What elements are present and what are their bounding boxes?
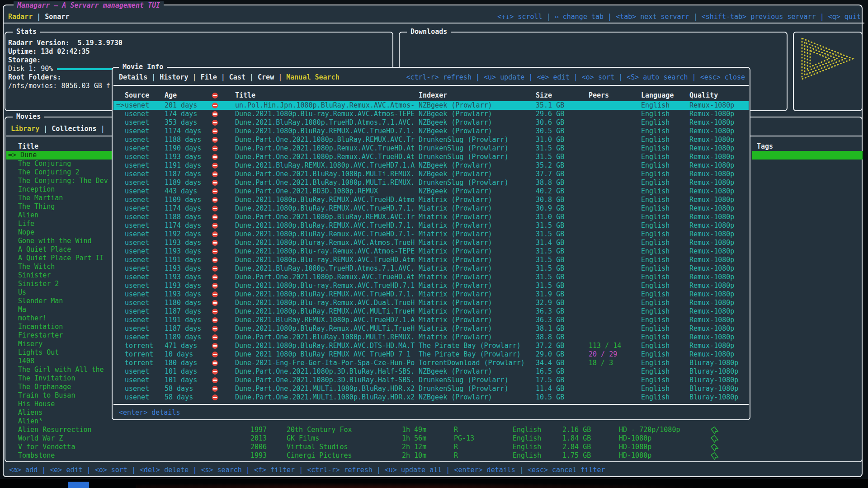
search-result-row[interactable]: usenet101 daysDune.Part.One.2021.1080p.3… (113, 367, 749, 376)
search-result-row[interactable]: usenet1187 daysDune.2021.1080p.BluRay.RE… (113, 307, 749, 316)
movie-info-tab-manual-search[interactable]: Manual Search (286, 73, 339, 81)
search-result-row[interactable]: usenet443 daysDune.Part.One.2021.BD3D.10… (113, 187, 749, 196)
taskbar-item[interactable] (68, 482, 89, 488)
selected-movie-row-right-strip[interactable] (752, 151, 863, 160)
search-result-row[interactable]: usenet101 daysDune.Part.One.2021.1080p.3… (113, 376, 749, 385)
movie-list-item[interactable]: The Conjuring (6, 160, 113, 168)
search-result-row[interactable]: usenet1180 daysDune.2021.1080p.Blu-ray.R… (113, 299, 749, 307)
movies-table-row[interactable]: 199720th Century Fox1h 49mREnglish2.16 G… (6, 426, 861, 434)
search-result-row[interactable]: usenet58 daysDune.Part.One.2021.MULTi.10… (113, 385, 749, 393)
search-result-row[interactable]: usenet1187 daysDune.Part.One.2021.BluRay… (113, 170, 749, 178)
movie-title: A Quiet Place (6, 245, 71, 253)
cell-size: 38.1 GB (536, 324, 564, 333)
header-title[interactable]: Title (235, 91, 255, 100)
search-result-row[interactable]: usenet1191 daysDune.2021.BluRay.REMUX.10… (113, 161, 749, 170)
header-language[interactable]: Language (641, 91, 674, 100)
movie-list-item[interactable]: 1408 (6, 357, 113, 366)
search-result-row[interactable]: torrent180 daysDune-2021-Eng-Fre-Ger-Ita… (113, 359, 749, 367)
header-peers[interactable]: Peers (589, 91, 609, 100)
search-result-row[interactable]: usenet1193 daysDune.Part.One.2021.1080p.… (113, 153, 749, 161)
search-result-row[interactable]: usenet1190 daysDune.Part.One.2021.1080p.… (113, 144, 749, 153)
search-result-row[interactable]: usenet1193 daysDune.2021.1080p.Bluray.Re… (113, 239, 749, 247)
movie-list-item[interactable]: The Invitation (6, 374, 113, 383)
movie-list-item[interactable]: Slender Man (6, 297, 113, 305)
movie-list-item[interactable]: Train to Busan (6, 391, 113, 400)
movie-list-item[interactable]: Alien (6, 211, 113, 220)
header-quality[interactable]: Quality (689, 91, 718, 100)
search-result-row[interactable]: torrent471 daysDune.2021.1080p.BluRay.RE… (113, 342, 749, 350)
movie-list-item[interactable]: Ma (6, 305, 113, 314)
movies-table-row[interactable]: 2013GK Films1h 56mPG-13English1.84 GBHD-… (6, 434, 861, 443)
movie-list-item[interactable]: His House (6, 400, 113, 408)
movie-list-item[interactable]: Life (6, 220, 113, 228)
search-result-row[interactable]: usenet1174 daysDune.2021.1080p.BluRay.RE… (113, 221, 749, 230)
movie-info-tab-crew[interactable]: Crew (258, 73, 274, 81)
movie-list-item[interactable]: Aliens (6, 408, 113, 417)
search-result-row[interactable]: usenet1109 daysDune.2021.1080p.BluRay.RE… (113, 196, 749, 204)
movie-info-tab-cast[interactable]: Cast (229, 73, 245, 81)
cell-indexer: DrunkenSlug (Prowlarr) (419, 178, 509, 187)
search-result-row[interactable]: usenet58 daysDune.Part.One.2021.MULTi.10… (113, 393, 749, 402)
movie-info-tab-history[interactable]: History (160, 73, 188, 81)
movie-list-item[interactable]: The Girl with All the (6, 366, 113, 374)
movie-list-item[interactable]: Incantation (6, 323, 113, 331)
search-result-row[interactable]: usenet174 daysDune.2021.1080p.Blu-ray.Re… (113, 110, 749, 118)
header-size[interactable]: Size (536, 91, 552, 100)
search-result-row[interactable]: usenet1193 daysDune.Part.One.2021.1080p.… (113, 273, 749, 282)
search-result-row[interactable]: usenet353 daysDune.2021.BluRay.1080p.Tru… (113, 118, 749, 127)
movie-list-item[interactable]: Us (6, 288, 113, 297)
movie-list-item[interactable]: Misery (6, 340, 113, 348)
movie-list-item[interactable]: mother! (6, 314, 113, 323)
servarr-tab-sonarr[interactable]: Sonarr (45, 13, 69, 21)
movies-tab-collections[interactable]: Collections (52, 125, 96, 133)
header-age[interactable]: Age (165, 91, 177, 100)
movie-list-item[interactable]: Alien³ (6, 417, 113, 426)
cell-quality: Remux-1080p (689, 342, 734, 350)
movie-info-tab-details[interactable]: Details (119, 73, 147, 81)
movie-list-item[interactable]: The Martian (6, 194, 113, 202)
search-result-row[interactable]: usenet1193 daysDune.2021.1080p.BluRay.RE… (113, 290, 749, 299)
header-source[interactable]: Source (125, 91, 149, 100)
movie-list-item[interactable]: A Quiet Place (6, 245, 113, 254)
movies-table-row[interactable]: 2006Virtual Studios2h 12mREnglish2.84 GB… (6, 443, 861, 451)
movie-list-item[interactable]: Gone with the Wind (6, 237, 113, 245)
search-result-row[interactable]: usenet1174 daysDune.2021.1080p.BluRay.RE… (113, 204, 749, 213)
movie-list-item[interactable]: The Conjuring: The Dev (6, 177, 113, 185)
search-result-row[interactable]: usenet1193 daysDune.2021.1080p.Blu-ray.R… (113, 282, 749, 290)
search-result-row[interactable]: usenet1189 daysDune.Part.One.2021.BluRay… (113, 333, 749, 342)
servarr-tab-radarr[interactable]: Radarr (8, 13, 33, 21)
search-result-row[interactable]: usenet1187 daysDune.2021.1080p.BluRay.Re… (113, 324, 749, 333)
cell-indexer: Miatrix (Prowlarr) (419, 333, 492, 342)
movie-list-item[interactable]: Sinister (6, 271, 113, 280)
search-result-row[interactable]: torrent10 daysDune 2021 1080p BluRay REM… (113, 350, 749, 359)
movie-list-item[interactable]: Firestarter (6, 331, 113, 340)
movie-list-item[interactable]: Nope (6, 228, 113, 237)
header-indexer[interactable]: Indexer (419, 91, 447, 100)
movie-list-item[interactable]: Inception (6, 185, 113, 194)
modal-tabs-divider (113, 85, 749, 86)
search-result-row[interactable]: usenet1193 daysDune.2021.BluRay.1080p.Tr… (113, 264, 749, 273)
movie-list-item[interactable]: The Thing (6, 202, 113, 211)
movie-list-item[interactable]: => Dune (6, 151, 113, 160)
modal-keybindings: <ctrl-r> refresh | <u> update | <e> edit… (406, 73, 745, 82)
search-result-row[interactable]: usenet1193 daysDune.2021.1080p.Blu-ray.R… (113, 247, 749, 256)
movie-list-item[interactable]: The Witch (6, 263, 113, 271)
movie-info-tab-file[interactable]: File (201, 73, 217, 81)
search-result-row[interactable]: usenet1188 daysDune.Part.One.2021.1080p.… (113, 213, 749, 221)
cell-size: 37.7 GB (536, 170, 564, 178)
movies-tab-library[interactable]: Library (11, 125, 39, 133)
movie-list-item[interactable]: Sinister 2 (6, 280, 113, 288)
movie-list-item[interactable]: A Quiet Place Part II (6, 254, 113, 263)
movie-list-item[interactable]: The Conjuring 2 (6, 168, 113, 177)
search-result-row[interactable]: usenet1192 daysDune.2021.1080p.BluRay.Re… (113, 230, 749, 239)
search-result-row[interactable]: usenet1189 daysDune.Part.One.2021.BluRay… (113, 178, 749, 187)
search-result-row[interactable]: =>usenet201 daysun.Pol.Hin.Jpn.1080p.Blu… (113, 101, 749, 110)
movies-table-row[interactable]: 1993Cinergi Pictures2h 10mREnglish1.75 G… (6, 451, 861, 460)
movie-list-item[interactable]: The Orphanage (6, 383, 113, 391)
search-result-row[interactable]: usenet1191 daysDune.2021.1080p.Blu-ray.R… (113, 256, 749, 264)
search-result-row[interactable]: usenet1191 daysDune.2021.BluRay.REMUX.10… (113, 316, 749, 324)
search-result-row[interactable]: usenet1174 daysDune.2021.1080p.BluRay.RE… (113, 127, 749, 136)
search-result-row[interactable]: usenet1188 daysDune.Part.One.2021.1080p.… (113, 136, 749, 144)
movie-list-item[interactable]: Lights Out (6, 348, 113, 357)
cell-size: 35.2 GB (536, 161, 564, 170)
